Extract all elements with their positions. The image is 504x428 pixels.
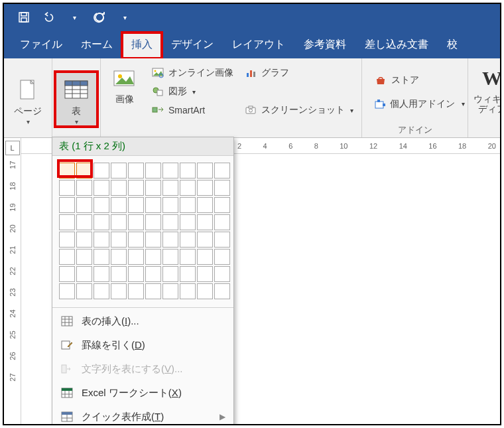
grid-cell[interactable] (76, 214, 92, 230)
grid-cell[interactable] (111, 249, 127, 265)
grid-cell[interactable] (94, 180, 109, 196)
qat-customize-icon[interactable]: ▾ (118, 11, 131, 24)
screenshot-button[interactable]: スクリーンショット▾ (240, 101, 357, 119)
grid-cell[interactable] (197, 266, 213, 282)
grid-cell[interactable] (180, 249, 196, 265)
grid-cell[interactable] (76, 249, 92, 265)
grid-cell[interactable] (145, 180, 161, 196)
tab-home[interactable]: ホーム (72, 33, 122, 58)
tab-design[interactable]: デザイン (162, 33, 223, 58)
grid-cell[interactable] (59, 163, 75, 178)
tab-insert[interactable]: 挿入 (122, 33, 162, 58)
redo-icon[interactable] (93, 11, 106, 24)
grid-cell[interactable] (162, 232, 178, 248)
grid-cell[interactable] (162, 249, 178, 265)
grid-cell[interactable] (128, 232, 144, 248)
grid-cell[interactable] (94, 197, 109, 213)
grid-cell[interactable] (162, 283, 178, 299)
grid-cell[interactable] (180, 180, 196, 196)
grid-cell[interactable] (59, 283, 75, 299)
grid-cell[interactable] (197, 283, 213, 299)
grid-cell[interactable] (180, 283, 196, 299)
grid-cell[interactable] (111, 266, 127, 282)
grid-cell[interactable] (197, 197, 213, 213)
undo-dropdown-icon[interactable]: ▾ (68, 11, 81, 24)
grid-cell[interactable] (180, 197, 196, 213)
grid-cell[interactable] (145, 214, 161, 230)
grid-cell[interactable] (197, 214, 213, 230)
grid-cell[interactable] (111, 214, 127, 230)
grid-cell[interactable] (214, 197, 230, 213)
chart-button[interactable]: グラフ (240, 64, 357, 82)
grid-cell[interactable] (197, 163, 213, 178)
grid-cell[interactable] (111, 163, 127, 178)
grid-cell[interactable] (214, 249, 230, 265)
grid-cell[interactable] (162, 163, 178, 178)
grid-cell[interactable] (59, 249, 75, 265)
grid-cell[interactable] (111, 283, 127, 299)
table-button[interactable]: 表 ▾ (56, 73, 96, 125)
grid-cell[interactable] (128, 283, 144, 299)
grid-cell[interactable] (197, 180, 213, 196)
undo-icon[interactable] (42, 11, 56, 24)
grid-cell[interactable] (111, 197, 127, 213)
grid-cell[interactable] (145, 283, 161, 299)
grid-cell[interactable] (76, 163, 92, 178)
grid-cell[interactable] (145, 163, 161, 178)
grid-cell[interactable] (128, 163, 144, 178)
grid-cell[interactable] (76, 197, 92, 213)
grid-cell[interactable] (59, 197, 75, 213)
grid-cell[interactable] (180, 232, 196, 248)
draw-table-item[interactable]: 罫線を引く(D) (52, 333, 233, 357)
table-size-grid[interactable] (52, 156, 233, 306)
grid-cell[interactable] (76, 266, 92, 282)
grid-cell[interactable] (59, 180, 75, 196)
grid-cell[interactable] (145, 232, 161, 248)
tab-file[interactable]: ファイル (11, 33, 72, 58)
grid-cell[interactable] (197, 249, 213, 265)
grid-cell[interactable] (214, 232, 230, 248)
tab-mailings[interactable]: 差し込み文書 (355, 33, 438, 58)
quick-tables-item[interactable]: クイック表作成(T) ▶ (52, 405, 233, 425)
tab-references[interactable]: 参考資料 (294, 33, 355, 58)
grid-cell[interactable] (162, 266, 178, 282)
grid-cell[interactable] (94, 283, 109, 299)
grid-cell[interactable] (128, 214, 144, 230)
grid-cell[interactable] (94, 232, 109, 248)
grid-cell[interactable] (128, 180, 144, 196)
grid-cell[interactable] (145, 266, 161, 282)
grid-cell[interactable] (162, 180, 178, 196)
grid-cell[interactable] (180, 266, 196, 282)
myaddins-button[interactable]: 個人用アドイン▾ (370, 95, 464, 113)
grid-cell[interactable] (94, 249, 109, 265)
grid-cell[interactable] (128, 249, 144, 265)
grid-cell[interactable] (59, 232, 75, 248)
grid-cell[interactable] (162, 197, 178, 213)
page-button[interactable]: ページ ▾ (8, 73, 48, 125)
picture-button[interactable]: 画像 (105, 61, 145, 104)
grid-cell[interactable] (214, 214, 230, 230)
grid-cell[interactable] (111, 232, 127, 248)
grid-cell[interactable] (145, 249, 161, 265)
grid-cell[interactable] (214, 266, 230, 282)
grid-cell[interactable] (94, 214, 109, 230)
grid-cell[interactable] (197, 232, 213, 248)
grid-cell[interactable] (76, 232, 92, 248)
grid-cell[interactable] (214, 283, 230, 299)
grid-cell[interactable] (94, 163, 109, 178)
excel-worksheet-item[interactable]: Excel ワークシート(X) (52, 381, 233, 405)
insert-table-item[interactable]: 表の挿入(I)... (52, 309, 233, 333)
grid-cell[interactable] (59, 266, 75, 282)
grid-cell[interactable] (76, 180, 92, 196)
wikipedia-button[interactable]: W ウィキペディア (472, 61, 501, 115)
grid-cell[interactable] (128, 197, 144, 213)
tab-review[interactable]: 校 (438, 33, 467, 58)
grid-cell[interactable] (214, 180, 230, 196)
grid-cell[interactable] (180, 214, 196, 230)
shapes-button[interactable]: 図形▾ (147, 82, 237, 101)
grid-cell[interactable] (111, 180, 127, 196)
store-button[interactable]: ストア (370, 71, 464, 90)
grid-cell[interactable] (59, 214, 75, 230)
grid-cell[interactable] (76, 283, 92, 299)
online-picture-button[interactable]: オンライン画像 (147, 64, 237, 82)
